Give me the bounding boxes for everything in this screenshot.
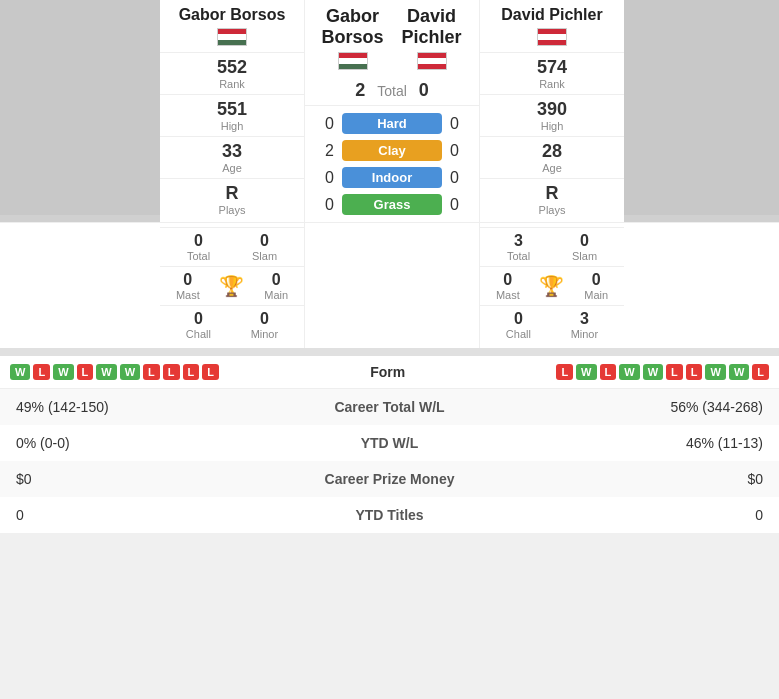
grass-button[interactable]: Grass [342,194,442,215]
form-badge-right: W [705,364,725,380]
form-row: WLWLWWLLLL Form LWLWWLLWWL [0,356,779,389]
clay-row: 2 Clay 0 [305,137,479,164]
left-mini-stats: 0 Total 0 Slam 0 Mast 🏆 0 Main [160,223,305,348]
form-label: Form [219,364,556,380]
left-rank-value: 552 [160,57,304,78]
form-badge-right: W [643,364,663,380]
left-minor-label: Minor [251,328,279,340]
form-badge-left: L [163,364,180,380]
indoor-right: 0 [450,169,475,187]
right-main-item: 0 Main [584,271,608,301]
right-high-value: 390 [480,99,624,120]
right-rank-block: 574 Rank [480,52,624,94]
left-total-value: 0 [187,232,210,250]
left-player-photo [0,0,160,222]
left-slam-item: 0 Slam [252,232,277,262]
left-total-label: Total [187,250,210,262]
ytd-wl-right: 46% (11-13) [543,425,779,461]
right-main-value: 0 [584,271,608,289]
hard-button[interactable]: Hard [342,113,442,134]
left-player-name: Gabor Borsos [160,0,304,26]
right-photo-placeholder [624,0,779,215]
form-badge-left: L [143,364,160,380]
career-wl-left: 49% (142-150) [0,389,236,425]
clay-right: 0 [450,142,475,160]
left-plays-value: R [160,183,304,204]
form-badge-right: L [752,364,769,380]
ytd-wl-label: YTD W/L [236,425,543,461]
right-total-slam: 3 Total 0 Slam [480,227,624,266]
right-photo-bottom [624,223,779,348]
grass-row: 0 Grass 0 [305,191,479,218]
form-badge-left: L [77,364,94,380]
left-minor-item: 0 Minor [251,310,279,340]
form-badge-left: L [183,364,200,380]
form-badge-left: L [33,364,50,380]
left-mast-label: Mast [176,289,200,301]
right-minor-value: 3 [571,310,599,328]
left-rank-label: Rank [160,78,304,90]
right-age-value: 28 [480,141,624,162]
austria-flag [537,28,567,46]
left-chall-item: 0 Chall [186,310,211,340]
career-wl-right: 56% (344-268) [543,389,779,425]
surface-rows: 0 Hard 0 2 Clay 0 0 Indoor 0 [305,106,479,222]
left-form-badges: WLWLWWLLLL [10,364,219,380]
right-form-badges: LWLWWLLWWL [556,364,769,380]
ytd-wl-left: 0% (0-0) [0,425,236,461]
left-stats-column: Gabor Borsos 552 Rank 551 High 33 Age R [160,0,305,222]
left-high-value: 551 [160,99,304,120]
right-total-value: 3 [507,232,530,250]
left-age-label: Age [160,162,304,174]
right-high-block: 390 High [480,94,624,136]
right-plays-label: Plays [480,204,624,216]
center-left-flag [338,52,368,70]
total-label: Total [377,83,407,99]
left-main-value: 0 [264,271,288,289]
right-mast-main: 0 Mast 🏆 0 Main [480,266,624,305]
left-plays-label: Plays [160,204,304,216]
right-chall-minor: 0 Chall 3 Minor [480,305,624,344]
left-photo-placeholder [0,0,160,215]
clay-button[interactable]: Clay [342,140,442,161]
form-badge-right: W [619,364,639,380]
left-chall-value: 0 [186,310,211,328]
right-flag [480,26,624,52]
form-badge-left: W [10,364,30,380]
prize-label: Career Prize Money [236,461,543,497]
left-rank-block: 552 Rank [160,52,304,94]
main-container: Gabor Borsos 552 Rank 551 High 33 Age R [0,0,779,533]
titles-left: 0 [0,497,236,533]
left-mast-main: 0 Mast 🏆 0 Main [160,266,304,305]
comparison-section: Gabor Borsos 552 Rank 551 High 33 Age R [0,0,779,222]
left-total-item: 0 Total [187,232,210,262]
left-main-label: Main [264,289,288,301]
right-plays-block: R Plays [480,178,624,220]
left-high-block: 551 High [160,94,304,136]
right-rank-value: 574 [480,57,624,78]
section-divider [0,348,779,356]
left-chall-minor: 0 Chall 0 Minor [160,305,304,344]
right-mini-stats: 3 Total 0 Slam 0 Mast 🏆 0 Main [479,223,624,348]
left-age-block: 33 Age [160,136,304,178]
form-badge-right: W [729,364,749,380]
right-high-label: High [480,120,624,132]
titles-label: YTD Titles [236,497,543,533]
right-age-label: Age [480,162,624,174]
indoor-button[interactable]: Indoor [342,167,442,188]
center-column: Gabor Borsos David Pichler 2 Total 0 0 H… [305,0,479,222]
right-main-label: Main [584,289,608,301]
right-chall-item: 0 Chall [506,310,531,340]
right-slam-label: Slam [572,250,597,262]
right-age-block: 28 Age [480,136,624,178]
right-chall-label: Chall [506,328,531,340]
left-plays-block: R Plays [160,178,304,220]
titles-row: 0 YTD Titles 0 [0,497,779,533]
titles-right: 0 [543,497,779,533]
form-badge-left: W [53,364,73,380]
total-left: 2 [355,80,365,101]
right-player-name: David Pichler [480,0,624,26]
hard-right: 0 [450,115,475,133]
form-badge-right: L [556,364,573,380]
right-slam-value: 0 [572,232,597,250]
